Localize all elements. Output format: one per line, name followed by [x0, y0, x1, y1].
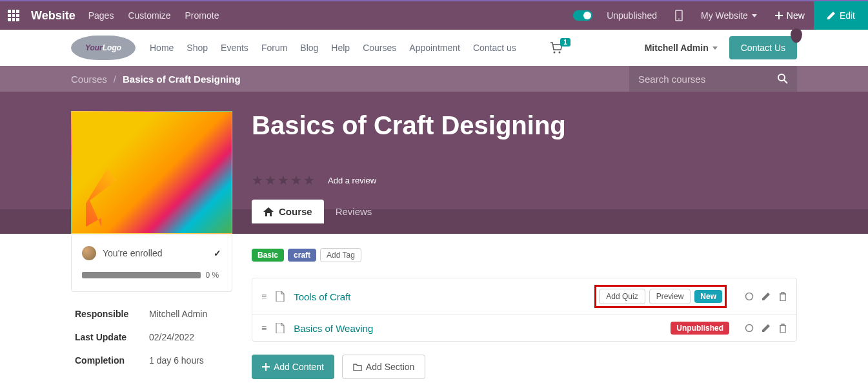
publish-status[interactable]: Unpublished	[598, 1, 666, 30]
admin-link-customize[interactable]: Customize	[126, 10, 172, 21]
delete-trash-icon[interactable]	[778, 292, 787, 301]
edit-pencil-icon[interactable]	[762, 324, 771, 333]
user-dropdown[interactable]: Mitchell Admin	[645, 43, 718, 53]
add-section-button[interactable]: Add Section	[342, 355, 426, 379]
content-area: Basic craft Add Tag ≡ Tools of Craft Add…	[252, 234, 797, 379]
item-icons	[745, 324, 787, 333]
svg-point-2	[553, 52, 555, 54]
mobile-preview-icon[interactable]	[666, 1, 692, 30]
content-item: ≡ Basics of Weaving Unpublished	[252, 315, 796, 341]
drag-handle-icon[interactable]: ≡	[261, 291, 267, 302]
logo[interactable]: YourLogo	[71, 36, 136, 60]
tab-course[interactable]: Course	[252, 200, 324, 223]
detail-last-update: Last Update 02/24/2022	[71, 326, 232, 349]
nav-courses[interactable]: Courses	[363, 43, 396, 53]
nav-contact[interactable]: Contact us	[473, 43, 516, 53]
pdf-icon	[276, 291, 285, 302]
search-box	[629, 66, 797, 92]
nav-shop[interactable]: Shop	[187, 43, 208, 53]
svg-point-5	[746, 293, 753, 300]
svg-point-4	[778, 74, 785, 81]
nav-events[interactable]: Events	[221, 43, 248, 53]
item-icons	[745, 292, 787, 301]
new-badge: New	[694, 290, 722, 303]
admin-link-promote[interactable]: Promote	[184, 10, 221, 21]
course-title: Basics of Craft Designing	[252, 111, 797, 140]
preview-button[interactable]: Preview	[649, 289, 691, 304]
nav-help[interactable]: Help	[331, 43, 350, 53]
tag-basic[interactable]: Basic	[252, 249, 284, 262]
drop-indicator-icon	[791, 28, 802, 43]
apps-icon[interactable]	[8, 10, 19, 21]
chevron-down-icon	[712, 47, 718, 50]
edit-label: Edit	[840, 10, 855, 21]
cart-button[interactable]: 1	[550, 42, 563, 54]
user-name-label: Mitchell Admin	[645, 43, 709, 53]
pencil-icon	[827, 11, 836, 20]
status-circle-icon[interactable]	[745, 324, 754, 333]
content-item-title[interactable]: Tools of Craft	[294, 291, 585, 302]
star-icon: ★	[303, 172, 315, 188]
add-tag-button[interactable]: Add Tag	[320, 248, 361, 262]
content-item-title[interactable]: Basics of Weaving	[294, 323, 661, 334]
nav-home[interactable]: Home	[150, 43, 174, 53]
publish-toggle[interactable]	[573, 10, 592, 21]
plus-icon	[775, 12, 783, 19]
drag-handle-icon[interactable]: ≡	[261, 323, 267, 333]
admin-brand[interactable]: Website	[31, 9, 76, 23]
edit-pencil-icon[interactable]	[762, 292, 771, 301]
detail-completion: Completion 1 day 6 hours	[71, 349, 232, 372]
star-icon: ★	[278, 172, 289, 188]
content-item: ≡ Tools of Craft Add Quiz Preview New	[252, 278, 796, 315]
breadcrumb-root[interactable]: Courses	[71, 74, 107, 85]
enrollment-box: You're enrolled ✓ 0 %	[71, 234, 232, 292]
contact-us-button[interactable]: Contact Us	[729, 36, 797, 59]
svg-point-3	[558, 52, 560, 54]
admin-bar: Website Pages Customize Promote Unpublis…	[0, 0, 868, 30]
pdf-icon	[276, 323, 285, 333]
edit-button[interactable]: Edit	[814, 1, 868, 30]
svg-point-1	[678, 19, 680, 20]
nav-appointment[interactable]: Appointment	[409, 43, 460, 53]
my-website-dropdown[interactable]: My Website	[692, 1, 766, 30]
avatar	[82, 246, 96, 260]
tab-course-label: Course	[279, 206, 312, 217]
star-icon: ★	[290, 172, 302, 188]
admin-left: Website Pages Customize Promote	[8, 9, 220, 23]
contact-label: Contact Us	[741, 43, 785, 53]
nav-forum[interactable]: Forum	[261, 43, 287, 53]
progress-percent: 0 %	[206, 271, 219, 280]
add-quiz-button[interactable]: Add Quiz	[599, 289, 645, 304]
status-circle-icon[interactable]	[745, 292, 754, 301]
enrollment-row: You're enrolled ✓	[82, 246, 221, 260]
hero: Basics of Craft Designing ★ ★ ★ ★ ★ Add …	[0, 92, 868, 234]
tag-craft[interactable]: craft	[288, 249, 316, 262]
add-content-label: Add Content	[274, 362, 324, 372]
progress-bar	[82, 272, 201, 278]
breadcrumb-separator: /	[114, 74, 116, 85]
delete-trash-icon[interactable]	[778, 324, 787, 333]
course-details: Responsible Mitchell Admin Last Update 0…	[71, 302, 232, 372]
search-input[interactable]	[638, 74, 778, 85]
check-icon: ✓	[214, 248, 221, 258]
home-icon	[263, 207, 274, 216]
site-header: YourLogo Home Shop Events Forum Blog Hel…	[0, 30, 868, 66]
tab-reviews[interactable]: Reviews	[324, 200, 384, 223]
sidebar: You're enrolled ✓ 0 % Responsible Mitche…	[71, 234, 232, 379]
hero-content: Basics of Craft Designing ★ ★ ★ ★ ★ Add …	[252, 111, 797, 234]
hero-meta: ★ ★ ★ ★ ★ Add a review	[252, 172, 797, 188]
site-header-right: Mitchell Admin Contact Us	[645, 36, 797, 59]
course-image	[71, 111, 232, 234]
admin-link-pages[interactable]: Pages	[87, 10, 116, 21]
add-review-link[interactable]: Add a review	[328, 176, 376, 185]
progress-wrap: 0 %	[82, 271, 221, 280]
add-content-button[interactable]: Add Content	[252, 355, 334, 379]
item-actions: Unpublished	[671, 322, 729, 335]
item-actions: Add Quiz Preview New	[599, 289, 722, 304]
nav-blog[interactable]: Blog	[300, 43, 318, 53]
new-button[interactable]: New	[766, 1, 814, 30]
rating-stars[interactable]: ★ ★ ★ ★ ★	[252, 172, 315, 188]
cart-badge: 1	[560, 38, 570, 47]
chevron-down-icon	[752, 14, 757, 17]
search-icon[interactable]	[778, 74, 788, 84]
